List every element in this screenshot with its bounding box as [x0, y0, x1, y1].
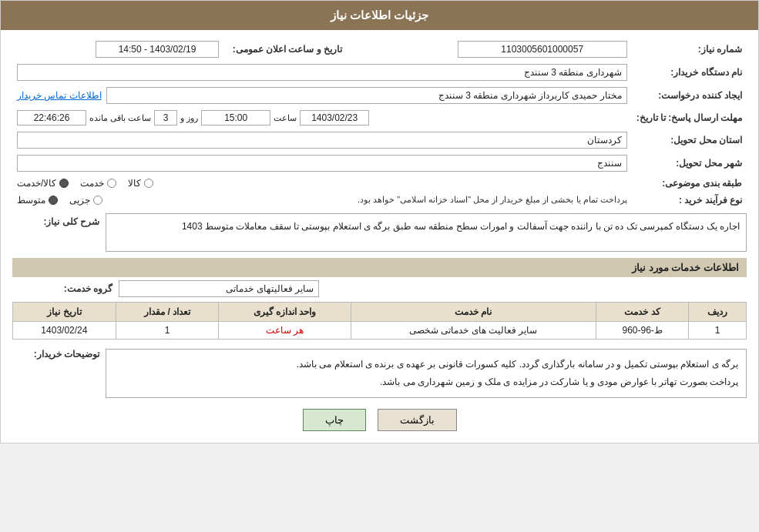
services-section-header: اطلاعات خدمات مورد نیاز [12, 258, 747, 277]
category-options: کالا/خدمت خدمت کالا [12, 175, 632, 192]
city-label: شهر محل تحویل: [632, 152, 747, 175]
category-kala-khidmat[interactable]: کالا/خدمت [17, 178, 69, 189]
print-button[interactable]: چاپ [303, 409, 366, 431]
response-time-value: 15:00 [201, 110, 270, 125]
purchase-type-note: پرداخت تمام یا بخشی از مبلغ خریدار از مح… [114, 195, 627, 205]
purchase-type-jozyi-label: جزیی [69, 195, 90, 206]
announce-date-value: 1403/02/19 - 14:50 [12, 38, 223, 61]
purchase-type-motavaset-label: متوسط [17, 195, 45, 206]
response-remaining-value: 22:46:26 [17, 110, 86, 125]
service-group-label: گروه خدمت: [12, 283, 113, 294]
col-header-qty: تعداد / مقدار [116, 303, 219, 322]
cell-code: ط-96-960 [596, 322, 688, 340]
category-khidmat-label: خدمت [80, 178, 104, 189]
table-row: 1ط-96-960سایر فعالیت های خدماتی شخصیهر س… [13, 322, 747, 340]
purchase-type-motavaset-radio[interactable] [49, 196, 58, 205]
response-days-label: روز و [180, 113, 198, 123]
category-khidmat-radio[interactable] [107, 179, 116, 188]
back-button[interactable]: بازگشت [378, 409, 457, 431]
category-kala[interactable]: کالا [128, 178, 153, 189]
description-label: شرح کلی نیاز: [12, 213, 99, 227]
response-date-value: 1403/02/23 [300, 110, 369, 125]
buyer-org-input: شهرداری منطقه 3 سنندج [17, 64, 627, 81]
request-number-value: 1103005601000057 [347, 38, 632, 61]
category-kala-radio[interactable] [144, 179, 153, 188]
category-label: طبقه بندی موضوعی: [632, 175, 747, 192]
cell-row: 1 [689, 322, 747, 340]
announce-date-label: تاریخ و ساعت اعلان عمومی: [223, 38, 347, 61]
purchase-type-jozyi-radio[interactable] [93, 196, 102, 205]
col-header-name: نام خدمت [351, 303, 596, 322]
category-kala-khidmat-label: کالا/خدمت [17, 178, 56, 189]
col-header-row: ردیف [689, 303, 747, 322]
request-number-input: 1103005601000057 [458, 41, 627, 58]
response-remaining-label: ساعت باقی مانده [89, 113, 151, 123]
cell-quantity: 1 [116, 322, 219, 340]
city-value: سنندج [12, 152, 632, 175]
col-header-code: کد خدمت [596, 303, 688, 322]
response-deadline-row: 22:46:26 ساعت باقی مانده 3 روز و 15:00 س… [12, 107, 632, 129]
cell-unit: هر ساعت [219, 322, 351, 340]
page-header: جزئیات اطلاعات نیاز [1, 1, 758, 30]
province-value: کردستان [12, 129, 632, 152]
request-number-label: شماره نیاز: [632, 38, 747, 61]
buttons-row: چاپ بازگشت [12, 409, 747, 431]
response-time-label: ساعت [274, 113, 297, 123]
col-header-unit: واحد اندازه گیری [219, 303, 351, 322]
cell-date: 1403/02/24 [13, 322, 116, 340]
response-deadline-label: مهلت ارسال پاسخ: تا تاریخ: [632, 107, 747, 129]
creator-value: مختار حمیدی کاربرداز شهرداری منطقه 3 سنن… [12, 84, 632, 107]
purchase-type-jozyi[interactable]: جزیی [69, 195, 102, 206]
notes-value: برگه ی استعلام بپوستی تکمیل و در سامانه … [106, 349, 747, 398]
city-input: سنندج [17, 155, 627, 172]
purchase-type-motavaset[interactable]: متوسط [17, 195, 58, 206]
notes-label: توضیحات خریدار: [12, 346, 99, 360]
province-label: استان محل تحویل: [632, 129, 747, 152]
service-group-value: سایر فعالیتهای خدماتی [119, 280, 319, 297]
col-header-date: تاریخ نیاز [13, 303, 116, 322]
category-kala-khidmat-radio[interactable] [59, 179, 69, 188]
creator-label: ایجاد کننده درخواست: [632, 84, 747, 107]
purchase-type-label: نوع فرآیند خرید : [632, 192, 747, 209]
announce-date-input: 1403/02/19 - 14:50 [96, 41, 219, 58]
buyer-org-value: شهرداری منطقه 3 سنندج [12, 61, 632, 84]
services-table: ردیف کد خدمت نام خدمت واحد اندازه گیری ت… [12, 302, 747, 340]
category-kala-label: کالا [128, 178, 141, 189]
description-value: اجاره یک دستگاه کمپرسی تک ده تن با رانند… [106, 213, 747, 252]
buyer-org-label: نام دستگاه خریدار: [632, 61, 747, 84]
category-khidmat[interactable]: خدمت [80, 178, 116, 189]
cell-name: سایر فعالیت های خدماتی شخصی [351, 322, 596, 340]
creator-contact-link[interactable]: اطلاعات تماس خریدار [17, 90, 102, 101]
purchase-type-options: متوسط جزیی پرداخت تمام یا بخشی از مبلغ خ… [12, 192, 632, 209]
creator-input: مختار حمیدی کاربرداز شهرداری منطقه 3 سنن… [106, 87, 627, 104]
page-title: جزئیات اطلاعات نیاز [331, 8, 428, 22]
province-input: کردستان [17, 132, 627, 149]
response-days-value: 3 [154, 110, 177, 125]
